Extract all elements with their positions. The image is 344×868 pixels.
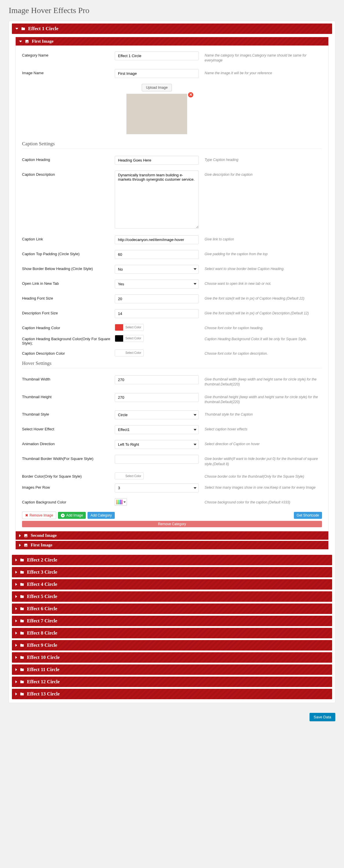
caption-bg-color-picker[interactable] <box>115 498 127 506</box>
hint-show-border: Select want to show border below Caption… <box>199 265 322 272</box>
chevron-right-icon <box>19 544 21 547</box>
label-thumb-height: Thumbnail Height <box>22 393 115 399</box>
hint-image-name: Name the image.It will be for your refer… <box>199 69 322 76</box>
remove-image-icon[interactable]: ✕ <box>188 92 194 98</box>
add-image-button[interactable]: +Add Image <box>58 512 86 519</box>
remove-category-button[interactable]: Remove Category <box>22 521 322 527</box>
hint-thumb-width: Give thumbnail width (keep width and hei… <box>199 375 322 387</box>
accordion-header-effect-13[interactable]: Effect 13 Circle <box>12 689 332 699</box>
desc-font-size-input[interactable] <box>115 309 199 318</box>
chevron-right-icon <box>15 644 17 647</box>
chevron-right-icon <box>15 619 17 622</box>
accordion-header-effect-2[interactable]: Effect 2 Circle <box>12 555 332 565</box>
label-images-per-row: Images Per Row <box>22 484 115 490</box>
accordion-header-effect-11[interactable]: Effect 11 Circle <box>12 664 332 675</box>
thumb-border-width-input[interactable] <box>115 455 199 464</box>
caption-top-padding-input[interactable] <box>115 250 199 259</box>
hover-effect-select[interactable]: Effect1 <box>115 425 199 434</box>
category-name-input[interactable] <box>115 51 199 60</box>
label-caption-desc-color: Caption Description Color <box>22 349 115 355</box>
folder-icon <box>20 570 24 574</box>
accordion-title: Effect 13 Circle <box>27 691 60 697</box>
heading-font-size-input[interactable] <box>115 294 199 303</box>
accordion-title: Effect 9 Circle <box>27 642 57 648</box>
sub-accordion-first-image-2[interactable]: First Image <box>15 541 329 549</box>
sub-accordion-second-image[interactable]: Second Image <box>15 531 329 540</box>
accordion-header-effect-5[interactable]: Effect 5 Circle <box>12 591 332 602</box>
select-color-label: Select Color <box>123 326 143 329</box>
accordion-header-effect-9[interactable]: Effect 9 Circle <box>12 640 332 650</box>
image-name-input[interactable] <box>115 69 199 78</box>
accordion-title: Effect 3 Circle <box>27 569 57 575</box>
open-new-tab-select[interactable]: Yes <box>115 280 199 288</box>
label-open-new-tab: Open Link in New Tab <box>22 280 115 286</box>
chevron-right-icon <box>15 656 17 659</box>
chevron-right-icon <box>15 632 17 634</box>
upload-image-button[interactable]: Upload Image <box>142 84 172 91</box>
caption-desc-color-picker[interactable]: Select Color <box>115 349 144 356</box>
color-chip <box>115 324 123 331</box>
accordion-title: Effect 11 Circle <box>27 667 60 673</box>
divider <box>22 149 322 149</box>
hint-thumb-height: Give thumbnail height (keep width and he… <box>199 393 322 405</box>
caption-heading-input[interactable] <box>115 156 199 165</box>
section-caption-settings: Caption Settings <box>22 141 322 147</box>
color-gradient-icon <box>116 500 123 504</box>
hint-hover-effect: Select caption hover effects <box>199 425 322 432</box>
thumb-width-input[interactable] <box>115 375 199 384</box>
hint-caption-link: Give link to caption <box>199 235 322 242</box>
accordion-title: Effect 12 Circle <box>27 679 60 685</box>
accordion-header-effect-3[interactable]: Effect 3 Circle <box>12 567 332 578</box>
folder-icon <box>20 594 24 598</box>
hint-category-name: Name the category for images.Category na… <box>199 51 322 63</box>
folder-icon <box>20 643 24 647</box>
accordion-title: Effect 1 Circle <box>28 26 58 32</box>
chevron-right-icon <box>15 583 17 586</box>
page-title: Image Hover Effects Pro <box>9 6 335 15</box>
label-heading-font-size: Heading Font Size <box>22 294 115 301</box>
thumb-style-select[interactable]: Circle <box>115 410 199 420</box>
add-category-button[interactable]: Add Category <box>88 512 114 519</box>
accordion-header-effect-1[interactable]: Effect 1 Circle <box>12 24 332 34</box>
border-color-picker[interactable]: Select Color <box>115 472 144 479</box>
remove-image-button[interactable]: ✖Remove Image <box>22 512 56 519</box>
save-data-button[interactable]: Save Data <box>310 713 335 721</box>
chevron-right-icon <box>15 571 17 574</box>
accordion-header-effect-7[interactable]: Effect 7 Circle <box>12 616 332 626</box>
select-color-label: Select Color <box>123 474 143 478</box>
thumb-height-input[interactable] <box>115 393 199 402</box>
accordion-title: Effect 6 Circle <box>27 606 57 612</box>
chevron-right-icon <box>15 692 17 695</box>
images-per-row-select[interactable]: 3 <box>115 484 199 492</box>
accordion-header-effect-4[interactable]: Effect 4 Circle <box>12 579 332 590</box>
chevron-right-icon <box>15 559 17 561</box>
hint-thumb-style: Thumbnail style for the Caption <box>199 410 322 417</box>
accordion-title: Effect 5 Circle <box>27 594 57 599</box>
caption-link-input[interactable] <box>115 235 199 244</box>
select-color-label: Select Color <box>123 337 143 340</box>
hint-anim-direction: Select direction of Caption on hover <box>199 440 322 446</box>
image-icon <box>24 543 28 547</box>
accordion-header-effect-10[interactable]: Effect 10 Circle <box>12 652 332 663</box>
hint-open-new-tab: Choose want to open link in new tab or n… <box>199 280 322 286</box>
accordion-header-effect-8[interactable]: Effect 8 Circle <box>12 628 332 638</box>
anim-direction-select[interactable]: Left To Right <box>115 440 199 449</box>
caption-description-textarea[interactable]: Dynamically transform team building e-ma… <box>115 170 199 228</box>
accordion-header-effect-6[interactable]: Effect 6 Circle <box>12 603 332 614</box>
label-anim-direction: Animation Direction <box>22 440 115 446</box>
label-hover-effect: Select Hover Effect <box>22 425 115 431</box>
chevron-right-icon <box>15 680 17 683</box>
show-border-select[interactable]: No <box>115 265 199 274</box>
uploaded-image-preview <box>126 94 187 134</box>
hint-heading-font-size: Give the font size(it will be in px) of … <box>199 294 322 301</box>
caption-heading-bg-picker[interactable]: Select Color <box>115 335 144 342</box>
accordion-body-effect-1: First Image Category Name Name the categ… <box>12 34 332 553</box>
get-shortcode-button[interactable]: Get Shortcode <box>294 512 322 519</box>
label-thumb-width: Thumbnail Width <box>22 375 115 381</box>
accordion-header-effect-12[interactable]: Effect 12 Circle <box>12 677 332 687</box>
caption-heading-color-picker[interactable]: Select Color <box>115 324 144 331</box>
label-category-name: Category Name <box>22 51 115 57</box>
hint-thumb-border-width: Give border width(If want to hide border… <box>199 455 322 467</box>
sub-accordion-first-image[interactable]: First Image <box>15 37 329 45</box>
label-caption-top-padding: Caption Top Padding (Circle Style) <box>22 250 115 256</box>
